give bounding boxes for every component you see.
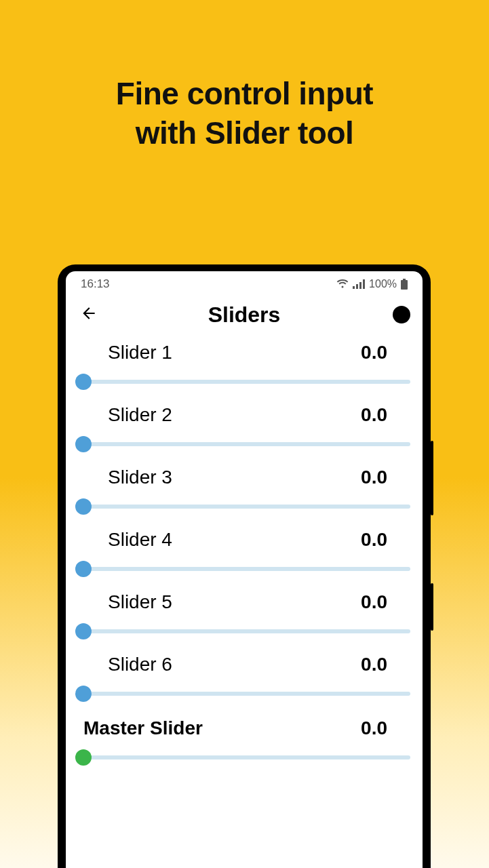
master-slider-value: 0.0 (361, 717, 387, 739)
slider-thumb[interactable] (75, 374, 92, 390)
svg-rect-3 (363, 279, 365, 289)
slider-thumb[interactable] (75, 749, 92, 766)
arrow-left-icon (80, 304, 98, 322)
slider-block: Slider 50.0 (75, 582, 413, 644)
headline-line-1: Fine control input (0, 75, 489, 114)
slider-track-line (82, 755, 410, 760)
status-time: 16:13 (81, 277, 110, 291)
master-slider-label: Master Slider (83, 717, 203, 739)
slider-thumb[interactable] (75, 436, 92, 452)
slider-value: 0.0 (361, 591, 387, 613)
master-slider[interactable] (75, 745, 413, 770)
svg-rect-0 (353, 286, 355, 289)
slider-label-row: Slider 10.0 (75, 342, 413, 363)
slider-value: 0.0 (361, 529, 387, 551)
battery-icon (401, 279, 408, 290)
slider-label-row: Slider 50.0 (75, 591, 413, 613)
slider[interactable] (75, 618, 413, 644)
page-title: Sliders (66, 302, 423, 328)
master-slider-row: Master Slider 0.0 (75, 707, 413, 739)
phone-frame: 16:13 100% Sliders Slider 10.0Slider 20.… (58, 264, 431, 868)
app-bar: Sliders (66, 297, 423, 332)
slider-label-row: Slider 30.0 (75, 467, 413, 488)
slider-name: Slider 5 (108, 591, 172, 613)
slider-value: 0.0 (361, 654, 387, 675)
signal-icon (353, 279, 365, 289)
slider-track-line (82, 380, 410, 384)
battery-percent: 100% (369, 278, 397, 290)
slider[interactable] (75, 494, 413, 519)
status-right: 100% (336, 278, 408, 290)
slider-block: Slider 20.0 (75, 395, 413, 457)
phone-side-button (431, 583, 433, 631)
slider-track-line (82, 692, 410, 696)
promo-headline: Fine control input with Slider tool (0, 0, 489, 153)
wifi-icon (336, 279, 349, 289)
svg-rect-4 (403, 279, 406, 280)
slider[interactable] (75, 431, 413, 457)
headline-line-2: with Slider tool (0, 114, 489, 153)
slider-track-line (82, 505, 410, 509)
slider-thumb[interactable] (75, 498, 92, 515)
slider-label-row: Slider 20.0 (75, 404, 413, 426)
slider[interactable] (75, 556, 413, 582)
slider-block: Slider 30.0 (75, 457, 413, 519)
svg-rect-1 (356, 284, 358, 289)
slider-track-line (82, 442, 410, 446)
slider-label-row: Slider 40.0 (75, 529, 413, 551)
slider-name: Slider 2 (108, 404, 172, 426)
slider-name: Slider 6 (108, 654, 172, 675)
slider-thumb[interactable] (75, 623, 92, 639)
slider-name: Slider 1 (108, 342, 172, 363)
slider-label-row: Slider 60.0 (75, 654, 413, 675)
slider-track-line (82, 567, 410, 571)
slider-thumb[interactable] (75, 686, 92, 702)
slider-name: Slider 3 (108, 467, 172, 488)
slider-block: Slider 60.0 (75, 644, 413, 707)
slider-track-line (82, 629, 410, 633)
svg-rect-5 (401, 280, 408, 290)
back-button[interactable] (78, 304, 100, 326)
slider-thumb[interactable] (75, 561, 92, 577)
slider-block: Slider 40.0 (75, 519, 413, 582)
status-bar: 16:13 100% (66, 271, 423, 297)
status-dot-button[interactable] (393, 306, 410, 323)
slider[interactable] (75, 369, 413, 395)
slider-name: Slider 4 (108, 529, 172, 551)
slider-value: 0.0 (361, 467, 387, 488)
slider-block: Slider 10.0 (75, 332, 413, 395)
slider-value: 0.0 (361, 404, 387, 426)
slider-value: 0.0 (361, 342, 387, 363)
phone-screen: 16:13 100% Sliders Slider 10.0Slider 20.… (66, 271, 423, 868)
slider[interactable] (75, 681, 413, 707)
svg-rect-2 (359, 282, 361, 289)
sliders-list: Slider 10.0Slider 20.0Slider 30.0Slider … (66, 332, 423, 770)
phone-side-button (431, 441, 433, 515)
